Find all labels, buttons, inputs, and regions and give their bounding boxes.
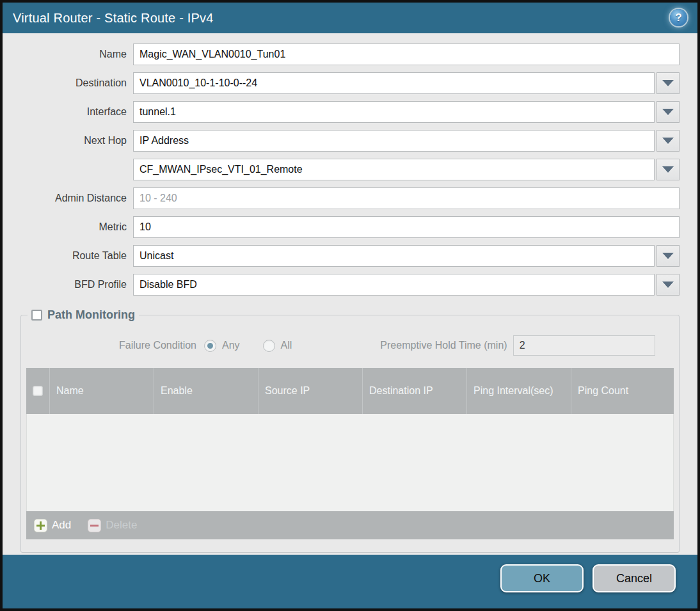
route-table-label: Route Table (20, 250, 133, 262)
name-label: Name (20, 49, 133, 60)
static-route-dialog: Virtual Router - Static Route - IPv4 ? N… (0, 0, 700, 611)
column-header-name: Name (49, 368, 154, 414)
metric-label: Metric (20, 221, 133, 233)
preemptive-hold-time-label: Preemptive Hold Time (min) (380, 340, 507, 351)
route-table-row: Route Table (20, 245, 680, 267)
failure-condition-radio-group: Any All (204, 340, 292, 352)
chevron-down-icon (662, 138, 674, 144)
table-header: Name Enable Source IP Destination IP Pin… (26, 368, 674, 414)
minus-icon (88, 519, 101, 532)
radio-any[interactable]: Any (204, 340, 240, 352)
interface-row: Interface (20, 101, 680, 123)
destination-dropdown-button[interactable] (656, 72, 680, 94)
radio-all[interactable]: All (263, 340, 292, 352)
interface-input[interactable] (133, 101, 655, 123)
name-row: Name (20, 44, 680, 65)
path-monitoring-title: Path Monitoring (47, 308, 135, 322)
interface-dropdown-button[interactable] (656, 101, 680, 123)
next-hop-address-input[interactable] (133, 159, 655, 180)
column-header-source-ip: Source IP (258, 368, 362, 414)
chevron-down-icon (662, 282, 674, 288)
next-hop-type-dropdown-button[interactable] (656, 130, 680, 152)
add-button[interactable]: Add (34, 519, 71, 532)
next-hop-address-dropdown-button[interactable] (656, 159, 680, 180)
preemptive-hold-time-input[interactable] (513, 335, 655, 356)
dialog-content: Name Destination Interface (3, 33, 697, 555)
route-table-dropdown-button[interactable] (656, 245, 680, 267)
radio-all-circle (263, 340, 275, 352)
bfd-profile-label: BFD Profile (20, 279, 133, 290)
header-checkbox-cell (26, 368, 49, 414)
select-all-checkbox[interactable] (33, 386, 43, 396)
chevron-down-icon (662, 80, 674, 86)
destination-label: Destination (20, 77, 133, 89)
column-header-ping-count: Ping Count (571, 368, 674, 414)
metric-input[interactable] (133, 216, 680, 238)
chevron-down-icon (662, 253, 674, 259)
radio-any-circle (204, 340, 216, 352)
dialog-footer: OK Cancel (3, 555, 697, 608)
help-icon[interactable]: ? (670, 9, 687, 26)
next-hop-row: Next Hop (20, 130, 680, 152)
next-hop-type-input[interactable] (133, 130, 655, 152)
help-icon-glyph: ? (675, 12, 681, 24)
chevron-down-icon (662, 166, 674, 173)
column-header-ping-interval: Ping Interval(sec) (466, 368, 571, 414)
bfd-profile-input[interactable] (133, 274, 655, 296)
table-toolbar: Add Delete (26, 511, 674, 539)
path-monitoring-table: Name Enable Source IP Destination IP Pin… (26, 368, 674, 539)
column-header-destination-ip: Destination IP (362, 368, 466, 414)
ok-button[interactable]: OK (500, 564, 584, 592)
delete-button-label: Delete (106, 519, 137, 532)
radio-selected-dot (207, 343, 213, 349)
path-monitoring-section: Path Monitoring Failure Condition Any Al… (20, 308, 680, 553)
add-button-label: Add (52, 519, 71, 532)
destination-row: Destination (20, 72, 680, 94)
next-hop-label: Next Hop (20, 135, 133, 147)
name-input[interactable] (133, 44, 680, 65)
dialog-title: Virtual Router - Static Route - IPv4 (13, 11, 214, 26)
metric-row: Metric (20, 216, 680, 238)
admin-distance-input[interactable] (133, 187, 680, 209)
bfd-profile-row: BFD Profile (20, 274, 680, 296)
table-body-empty (26, 414, 674, 511)
admin-distance-row: Admin Distance (20, 187, 680, 209)
path-monitoring-legend: Path Monitoring (28, 308, 139, 322)
delete-button[interactable]: Delete (88, 519, 137, 532)
interface-label: Interface (20, 106, 133, 118)
radio-all-label: All (281, 340, 292, 351)
plus-icon (34, 519, 47, 532)
route-table-input[interactable] (133, 245, 655, 267)
titlebar: Virtual Router - Static Route - IPv4 ? (3, 3, 697, 33)
failure-condition-row: Failure Condition Any All Preemptive Hol… (26, 335, 674, 356)
next-hop-address-row (20, 159, 680, 180)
radio-any-label: Any (222, 340, 240, 351)
path-monitoring-checkbox[interactable] (31, 310, 42, 321)
bfd-profile-dropdown-button[interactable] (656, 274, 680, 296)
chevron-down-icon (662, 109, 674, 115)
cancel-button[interactable]: Cancel (593, 564, 676, 592)
column-header-enable: Enable (154, 368, 258, 414)
admin-distance-label: Admin Distance (20, 193, 133, 204)
destination-input[interactable] (133, 72, 655, 94)
failure-condition-label: Failure Condition (26, 340, 204, 351)
